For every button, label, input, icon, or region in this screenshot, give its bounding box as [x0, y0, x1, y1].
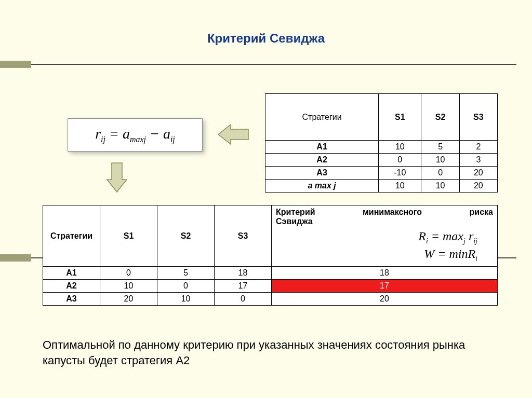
- cell: 5: [421, 141, 459, 154]
- cell: 20: [100, 293, 157, 306]
- cell: 0: [100, 267, 157, 280]
- table1-col-s3: S3: [459, 94, 497, 141]
- crit-formula-2: W = minRi: [276, 246, 477, 264]
- table2-col-s3: S3: [215, 205, 272, 267]
- result-cell: 20: [272, 293, 498, 306]
- row-label: А3: [265, 167, 379, 180]
- cell: -10: [379, 167, 421, 180]
- cell: 0: [157, 280, 215, 293]
- row-label: А1: [43, 267, 100, 280]
- table-row: А2 0 10 3: [265, 154, 498, 167]
- cell: 3: [459, 154, 497, 167]
- row-label: А2: [265, 154, 379, 167]
- cell: 10: [421, 180, 459, 193]
- payoff-table: Стратегии S1 S2 S3 А1 10 5 2 А2 0 10 3 А…: [265, 93, 498, 193]
- cell: 0: [379, 154, 421, 167]
- row-label: А1: [265, 141, 379, 154]
- arrow-left-icon: [218, 121, 249, 147]
- row-label: А3: [43, 293, 100, 306]
- table-row: a max j 10 10 20: [265, 180, 498, 193]
- arrow-down-icon: [104, 162, 130, 193]
- cell: 0: [421, 167, 459, 180]
- cell: 10: [100, 280, 157, 293]
- table-row: А1 0 5 18 18: [43, 267, 498, 280]
- cell: 0: [215, 293, 272, 306]
- cell: 10: [421, 154, 459, 167]
- table2-criterion-header: Критерий минимаксного риска Сэвиджа Ri =…: [272, 205, 498, 267]
- result-cell-highlight: 17: [272, 280, 498, 293]
- crit-word-2: минимаксного: [363, 208, 422, 217]
- table1-header-strategies: Стратегии: [265, 94, 379, 141]
- formula-box: rij = amaxj − aij: [68, 118, 203, 152]
- cell: 20: [459, 167, 497, 180]
- table-row: А1 10 5 2: [265, 141, 498, 154]
- table1-col-s2: S2: [421, 94, 459, 141]
- cell: 18: [215, 267, 272, 280]
- table-row: А3 -10 0 20: [265, 167, 498, 180]
- cell: 5: [157, 267, 215, 280]
- table-row: А3 20 10 0 20: [43, 293, 498, 306]
- accent-bar-bottom: [0, 254, 31, 262]
- cell: 10: [157, 293, 215, 306]
- cell: 2: [459, 141, 497, 154]
- table2-header-strategies: Стратегии: [43, 205, 100, 267]
- divider-top: [31, 64, 516, 65]
- conclusion-text: Оптимальной по данному критерию при указ…: [43, 337, 479, 368]
- row-label: А2: [43, 280, 100, 293]
- cell: 10: [379, 141, 421, 154]
- slide-title: Критерий Севиджа: [0, 0, 532, 46]
- regret-table: Стратегии S1 S2 S3 Критерий минимаксного…: [43, 205, 498, 306]
- result-cell: 18: [272, 267, 498, 280]
- table-row: А2 10 0 17 17: [43, 280, 498, 293]
- accent-bar-top: [0, 61, 31, 68]
- cell: 10: [379, 180, 421, 193]
- crit-word-1: Критерий: [276, 208, 315, 217]
- table2-col-s2: S2: [157, 205, 215, 267]
- cell: 17: [215, 280, 272, 293]
- crit-word-4: Сэвиджа: [276, 217, 493, 226]
- crit-word-3: риска: [470, 208, 493, 217]
- table1-col-s1: S1: [379, 94, 421, 141]
- row-label: a max j: [265, 180, 379, 193]
- formula-text: rij = amaxj − aij: [95, 126, 175, 144]
- cell: 20: [459, 180, 497, 193]
- crit-formula-1: Ri = maxj rij: [276, 228, 477, 246]
- table2-col-s1: S1: [100, 205, 157, 267]
